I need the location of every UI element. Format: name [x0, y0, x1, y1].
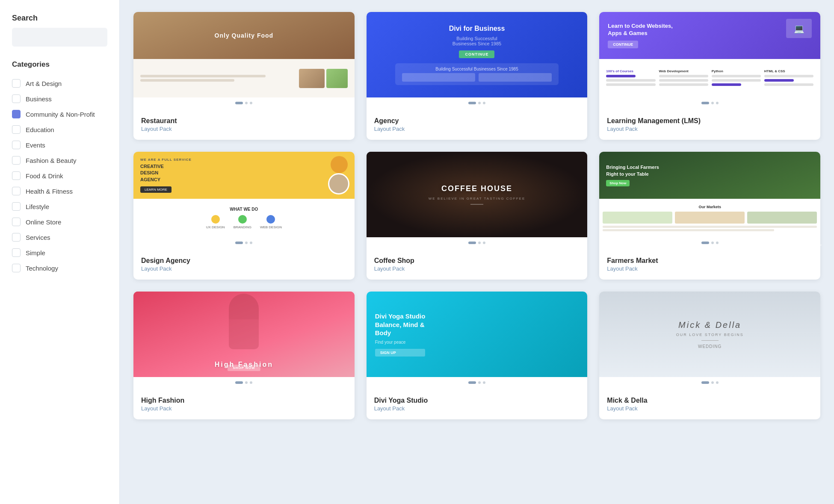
laptop-icon: 💻	[786, 19, 812, 38]
card-image-wedding: Mick & Della OUR LOVE STORY BEGINS WEDDI…	[599, 292, 820, 377]
card-title-agency: Agency	[374, 117, 580, 125]
checkbox-lifestyle[interactable]	[12, 202, 21, 211]
sidebar-item-fashion-beauty[interactable]: Fashion & Beauty	[12, 153, 107, 168]
category-name-services: Services	[26, 234, 50, 241]
card-info-wedding: Mick & Della Layout Pack	[599, 390, 820, 419]
card-title-lms: Learning Management (LMS)	[607, 117, 813, 125]
checkbox-health-fitness[interactable]	[12, 187, 21, 195]
category-name-education: Education	[26, 126, 54, 133]
card-subtitle-farmers-market: Layout Pack	[607, 265, 813, 272]
card-image-design-agency: WE ARE A FULL SERVICE CREATIVEDESIGN AGE…	[133, 152, 355, 237]
category-name-food-drink: Food & Drink	[26, 172, 63, 180]
sidebar-item-technology[interactable]: Technology	[12, 260, 107, 276]
card-info-restaurant: Restaurant Layout Pack	[133, 110, 355, 140]
card-subtitle-wedding: Layout Pack	[607, 405, 813, 412]
card-subtitle-coffee-shop: Layout Pack	[374, 265, 580, 272]
sidebar-item-art-design[interactable]: Art & Design	[12, 76, 107, 91]
card-subtitle-yoga: Layout Pack	[374, 405, 580, 412]
card-info-fashion: High Fashion Layout Pack	[133, 390, 355, 419]
card-restaurant[interactable]: Only Quality Food	[133, 12, 355, 140]
card-subtitle-design-agency: Layout Pack	[141, 265, 347, 272]
card-yoga[interactable]: Divi Yoga StudioBalance, Mind &Body Find…	[367, 292, 588, 419]
main-content: Only Quality Food	[120, 0, 834, 504]
card-lms[interactable]: Learn to Code Websites,Apps & Games CONT…	[599, 12, 820, 140]
layout-packs-grid: Only Quality Food	[133, 12, 820, 419]
sidebar: Search Categories Art & Design Business …	[0, 0, 120, 504]
card-info-yoga: Divi Yoga Studio Layout Pack	[367, 390, 588, 419]
category-name-fashion-beauty: Fashion & Beauty	[26, 157, 76, 164]
card-coffee-shop[interactable]: COFFEE HOUSE WE BELIEVE IN GREAT TASTING…	[367, 152, 588, 280]
sidebar-item-education[interactable]: Education	[12, 122, 107, 137]
card-image-restaurant: Only Quality Food	[133, 12, 355, 97]
search-input[interactable]	[12, 28, 107, 47]
card-info-agency: Agency Layout Pack	[367, 110, 588, 140]
sidebar-item-food-drink[interactable]: Food & Drink	[12, 168, 107, 183]
checkbox-business[interactable]	[12, 94, 21, 103]
card-design-agency[interactable]: WE ARE A FULL SERVICE CREATIVEDESIGN AGE…	[133, 152, 355, 280]
category-name-community: Community & Non-Profit	[26, 111, 95, 118]
sidebar-item-business[interactable]: Business	[12, 91, 107, 106]
category-name-art-design: Art & Design	[26, 80, 62, 87]
checkbox-art-design[interactable]	[12, 79, 21, 88]
sidebar-item-events[interactable]: Events	[12, 137, 107, 153]
category-name-online-store: Online Store	[26, 218, 61, 226]
card-agency[interactable]: Divi for Business Building SuccessfulBus…	[367, 12, 588, 140]
category-name-technology: Technology	[26, 265, 58, 272]
sidebar-item-lifestyle[interactable]: Lifestyle	[12, 199, 107, 214]
card-subtitle-lms: Layout Pack	[607, 126, 813, 132]
card-image-farmers: Bringing Local FarmersRight to your Tabl…	[599, 152, 820, 237]
checkbox-food-drink[interactable]	[12, 171, 21, 180]
category-name-lifestyle: Lifestyle	[26, 203, 49, 210]
agency-subtitle-overlay: Building SuccessfulBusinesses Since 1985	[452, 36, 501, 46]
checkbox-online-store[interactable]	[12, 218, 21, 226]
card-image-lms: Learn to Code Websites,Apps & Games CONT…	[599, 12, 820, 97]
category-name-simple: Simple	[26, 249, 45, 256]
category-name-health-fitness: Health & Fitness	[26, 188, 73, 195]
card-info-coffee-shop: Coffee Shop Layout Pack	[367, 250, 588, 280]
card-info-farmers-market: Farmers Market Layout Pack	[599, 250, 820, 280]
checkbox-technology[interactable]	[12, 264, 21, 272]
card-farmers-market[interactable]: Bringing Local FarmersRight to your Tabl…	[599, 152, 820, 280]
checkbox-simple[interactable]	[12, 248, 21, 257]
sidebar-item-community[interactable]: Community & Non-Profit	[12, 106, 107, 122]
card-title-farmers-market: Farmers Market	[607, 257, 813, 265]
card-subtitle-fashion: Layout Pack	[141, 405, 347, 412]
card-title-yoga: Divi Yoga Studio	[374, 397, 580, 404]
checkbox-services[interactable]	[12, 233, 21, 242]
card-title-design-agency: Design Agency	[141, 257, 347, 265]
sidebar-item-simple[interactable]: Simple	[12, 245, 107, 260]
agency-title-overlay: Divi for Business	[449, 25, 505, 32]
card-image-agency: Divi for Business Building SuccessfulBus…	[367, 12, 588, 97]
agency-bottom-section: Building Successful Businesses Since 198…	[395, 63, 558, 85]
card-info-design-agency: Design Agency Layout Pack	[133, 250, 355, 280]
sidebar-item-online-store[interactable]: Online Store	[12, 214, 107, 230]
checkbox-community[interactable]	[12, 110, 21, 118]
card-image-fashion: High Fashion SHOP NOW	[133, 292, 355, 377]
card-title-fashion: High Fashion	[141, 397, 347, 404]
search-label: Search	[12, 14, 107, 23]
card-subtitle-agency: Layout Pack	[374, 126, 580, 132]
card-image-coffee: COFFEE HOUSE WE BELIEVE IN GREAT TASTING…	[367, 152, 588, 237]
checkbox-events[interactable]	[12, 141, 21, 149]
card-info-lms: Learning Management (LMS) Layout Pack	[599, 110, 820, 140]
category-name-business: Business	[26, 95, 52, 103]
card-title-wedding: Mick & Della	[607, 397, 813, 404]
category-name-events: Events	[26, 141, 45, 149]
categories-label: Categories	[12, 60, 107, 69]
card-subtitle-restaurant: Layout Pack	[141, 126, 347, 132]
card-image-yoga: Divi Yoga StudioBalance, Mind &Body Find…	[367, 292, 588, 377]
checkbox-education[interactable]	[12, 125, 21, 134]
card-fashion[interactable]: High Fashion SHOP NOW High Fashion Layou…	[133, 292, 355, 419]
card-title-restaurant: Restaurant	[141, 117, 347, 125]
sidebar-item-health-fitness[interactable]: Health & Fitness	[12, 183, 107, 199]
card-title-coffee-shop: Coffee Shop	[374, 257, 580, 265]
sidebar-item-services[interactable]: Services	[12, 230, 107, 245]
checkbox-fashion-beauty[interactable]	[12, 156, 21, 165]
card-wedding[interactable]: Mick & Della OUR LOVE STORY BEGINS WEDDI…	[599, 292, 820, 419]
categories-list: Art & Design Business Community & Non-Pr…	[12, 76, 107, 276]
